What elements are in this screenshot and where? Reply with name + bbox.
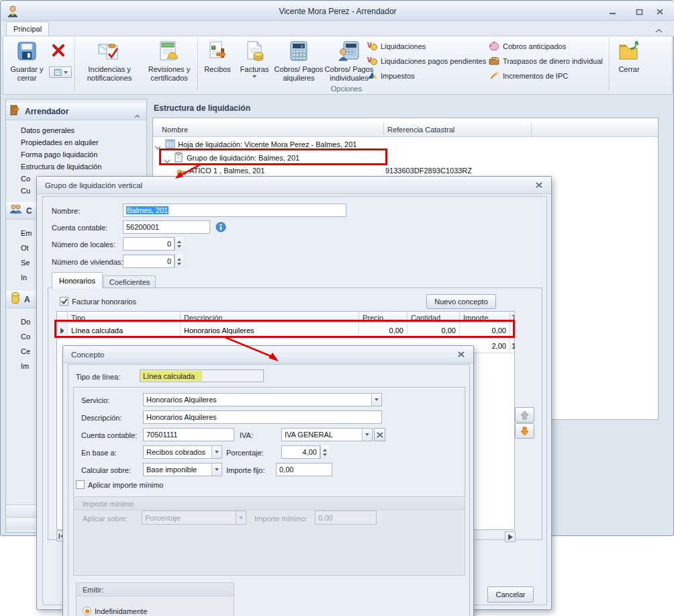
cancel-button[interactable]: Cancelar [487, 586, 534, 603]
close-button[interactable] [654, 7, 666, 16]
impuestos-icon [367, 71, 377, 81]
cuenta-label: Cuenta contable: [81, 431, 137, 439]
cerrar-folder-icon [618, 40, 640, 63]
sidebar-item-in[interactable]: In [21, 273, 27, 281]
porcentaje-input[interactable]: 4,00 [281, 445, 320, 459]
cuenta-contable-input[interactable]: 56200001 [123, 220, 210, 234]
descripcion-input[interactable]: Honorarios Alquileres [143, 410, 382, 424]
concepto-dialog: Concepto Tipo de línea: Línea calculada … [62, 345, 474, 616]
save-close-button[interactable]: Guardar y cerrar [7, 38, 46, 93]
tree-row-atico[interactable]: ATICO 1 , Balmes, 201 [189, 167, 264, 175]
nuevo-concepto-button[interactable]: Nuevo concepto [426, 294, 496, 309]
sidebar-item-do[interactable]: Do [21, 318, 30, 326]
sidebar-item-ce[interactable]: Ce [21, 347, 30, 355]
num-viviendas-label: Número de viviendas: [52, 258, 123, 266]
sidebar-item-co[interactable]: Co [21, 333, 30, 341]
sidebar-item-im[interactable]: Im [21, 362, 29, 370]
concepto-dialog-close-icon[interactable] [457, 351, 465, 359]
cerrar-button[interactable]: Cerrar [612, 38, 646, 93]
indefinidamente-radio[interactable] [83, 607, 91, 615]
facturas-icon [244, 40, 265, 63]
ribbon-separator [75, 38, 76, 91]
briefcase-icon [489, 56, 499, 67]
en-base-combo[interactable]: Recibos cobrados [143, 445, 222, 459]
calcular-sobre-label: Calcular sobre: [81, 466, 131, 474]
tree-row-hoja[interactable]: Hoja de liquidación: Vicente Mora Perez … [178, 140, 356, 148]
move-down-button[interactable] [515, 423, 534, 439]
cuenta-input[interactable]: 70501111 [143, 428, 234, 441]
sidebar-item-em[interactable]: Em [21, 229, 32, 237]
num-locales-spinner[interactable] [175, 237, 183, 251]
liquidaciones-pendientes-item[interactable]: V Liquidaciones pagos pendientes [367, 56, 486, 67]
col-referencia[interactable]: Referencia Catastral [387, 126, 454, 134]
sidebar-group-3-label: A [24, 295, 30, 304]
title-bar[interactable]: Vicente Mora Perez - Arrendador [1, 1, 674, 21]
sidebar-item-cuentas[interactable]: Cu [21, 187, 30, 195]
sidebar-item-se[interactable]: Se [21, 259, 30, 267]
col-nombre[interactable]: Nombre [162, 126, 188, 134]
nombre-input[interactable]: Balmes, 201 [123, 204, 346, 217]
minimize-button[interactable] [607, 7, 619, 16]
grid-scroll-right-icon[interactable] [505, 531, 516, 542]
info-icon[interactable] [215, 222, 226, 235]
descripcion-label: Descripción: [81, 414, 122, 422]
collapse-chevron-icon[interactable] [134, 109, 140, 122]
liquidaciones-item[interactable]: V Liquidaciones [367, 41, 426, 52]
iva-clear-button[interactable] [374, 428, 385, 441]
liquidaciones-icon: V [367, 41, 377, 52]
servicio-combo[interactable]: Honorarios Alquileres [143, 393, 382, 406]
incidencias-icon [98, 40, 121, 63]
sidebar-item-propiedades[interactable]: Propiedades en alquiler [21, 138, 99, 146]
sidebar-item-estructura[interactable]: Estructura de liquidación [21, 163, 101, 171]
layout-dropdown-button[interactable] [49, 67, 72, 78]
iva-value: IVA GENERAL [282, 431, 362, 439]
combo-caret-icon[interactable] [211, 464, 222, 476]
grupo-dialog-close-icon[interactable] [535, 181, 543, 190]
facturas-button[interactable]: Facturas [236, 38, 273, 93]
num-viviendas-spinner[interactable] [175, 255, 183, 268]
num-viviendas-input[interactable]: 0 [123, 255, 175, 268]
cuenta-contable-label: Cuenta contable: [52, 224, 107, 232]
revisiones-button[interactable]: Revisiones y certificados [141, 38, 197, 93]
ribbon-group-label: Opciones [308, 85, 385, 93]
aplicar-minimo-checkbox[interactable] [76, 480, 85, 489]
sidebar-item-datos-generales[interactable]: Datos generales [21, 126, 75, 134]
importe-fijo-input[interactable]: 0,00 [276, 463, 332, 476]
cobros-anticipados-item[interactable]: Cobros anticipados [489, 41, 566, 52]
cuenta-value: 70501111 [146, 431, 178, 439]
combo-caret-icon[interactable] [371, 394, 381, 406]
cuenta-contable-value: 56200001 [126, 223, 159, 231]
move-up-button[interactable] [515, 407, 534, 423]
recibos-button[interactable]: T Recibos [200, 38, 235, 93]
sidebar-group-arrendador[interactable]: Arrendador [6, 103, 146, 120]
restore-button[interactable] [634, 7, 646, 16]
grupo-dialog-titlebar[interactable]: Grupo de liquidación vertical [37, 177, 551, 194]
porcentaje-spinner[interactable] [320, 445, 329, 459]
tab-honorarios[interactable]: Honorarios [52, 272, 103, 288]
recibos-label: Recibos [204, 65, 231, 74]
sidebar-item-ot[interactable]: Ot [21, 244, 29, 252]
combo-caret-icon[interactable] [211, 446, 222, 458]
delete-button[interactable] [50, 42, 66, 61]
importe-minimo-label: Importe mínimo: [254, 515, 307, 523]
tab-coeficientes[interactable]: Coeficientes [103, 275, 156, 288]
aplicar-sobre-combo-disabled: Porcentaje [142, 511, 246, 525]
grupo-dialog-title: Grupo de liquidación vertical [45, 181, 142, 189]
facturar-honorarios-checkbox[interactable] [60, 297, 68, 306]
page-title: Estructura de liquidación [154, 103, 250, 113]
importe-minimo-value: 0,00 [318, 514, 332, 522]
iva-combo[interactable]: IVA GENERAL [281, 428, 373, 441]
impuestos-item[interactable]: Impuestos [367, 71, 415, 81]
sidebar-item-contratos[interactable]: Co [21, 175, 30, 183]
tab-principal[interactable]: Principal [6, 21, 49, 36]
traspasos-item[interactable]: Traspasos de dinero individual [489, 56, 603, 67]
num-locales-input[interactable]: 0 [123, 237, 175, 251]
combo-caret-icon[interactable] [362, 429, 372, 441]
incidencias-button[interactable]: Incidencias y notificaciones [79, 38, 140, 93]
calcular-sobre-combo[interactable]: Base imponible [143, 463, 222, 476]
cobros-alquileres-label: Cobros/ Pagos alquileres [274, 65, 324, 83]
sidebar-item-forma-pago[interactable]: Forma pago liquidación [21, 150, 97, 159]
importe-minimo-group-label: Importe mínimo [83, 500, 134, 508]
incrementos-ipc-item[interactable]: Incrementos de IPC [489, 71, 568, 81]
concepto-dialog-titlebar[interactable]: Concepto [63, 346, 473, 363]
